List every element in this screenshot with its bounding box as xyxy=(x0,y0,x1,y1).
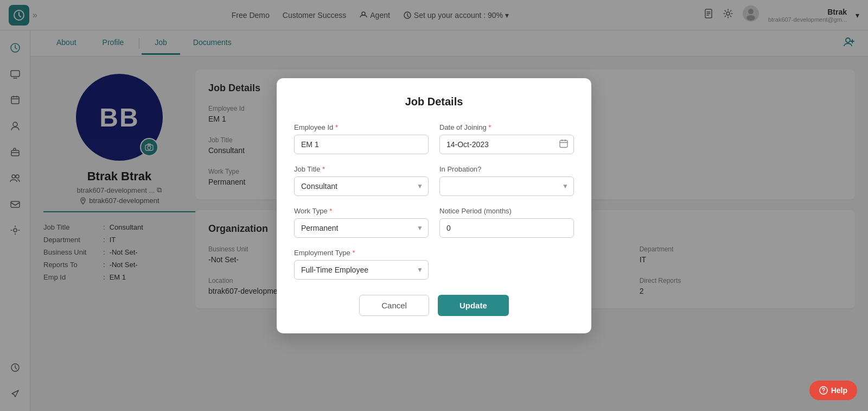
modal-title: Job Details xyxy=(294,96,574,108)
modal-overlay: Job Details Employee Id * Date of Joinin… xyxy=(0,0,868,411)
modal-work-type-group: Work Type * Permanent Contract Temporary… xyxy=(294,207,429,238)
svg-point-24 xyxy=(823,392,824,393)
modal-employee-id-label: Employee Id * xyxy=(294,123,429,131)
modal-employee-id-group: Employee Id * xyxy=(294,123,429,154)
modal-job-title-select-wrap: Consultant Manager Developer ▼ xyxy=(294,176,429,196)
modal-notice-period-input[interactable] xyxy=(439,218,574,238)
modal-notice-period-group: Notice Period (months) xyxy=(439,207,574,238)
modal-employment-type-label: Employment Type * xyxy=(294,249,429,257)
help-button[interactable]: Help xyxy=(809,381,857,400)
cancel-button[interactable]: Cancel xyxy=(359,295,429,316)
modal-work-type-select[interactable]: Permanent Contract Temporary xyxy=(294,218,429,238)
update-button[interactable]: Update xyxy=(438,295,509,316)
modal-date-wrap xyxy=(439,135,574,154)
modal-in-probation-select[interactable]: Yes No xyxy=(439,176,574,196)
modal-notice-period-label: Notice Period (months) xyxy=(439,207,574,215)
modal-date-joining-group: Date of Joining * xyxy=(439,123,574,154)
modal-actions: Cancel Update xyxy=(294,295,574,316)
modal-job-title-label: Job Title * xyxy=(294,165,429,173)
modal-employment-type-group: Employment Type * Full-Time Employee Par… xyxy=(294,249,429,280)
modal-job-title-group: Job Title * Consultant Manager Developer… xyxy=(294,165,429,196)
modal-work-type-select-wrap: Permanent Contract Temporary ▼ xyxy=(294,218,429,238)
modal-in-probation-label: In Probation? xyxy=(439,165,574,173)
job-details-modal: Job Details Employee Id * Date of Joinin… xyxy=(277,78,591,333)
modal-in-probation-group: In Probation? Yes No ▼ xyxy=(439,165,574,196)
modal-form-grid: Employee Id * Date of Joining * xyxy=(294,123,574,280)
calendar-icon[interactable] xyxy=(559,138,569,150)
modal-employment-type-select[interactable]: Full-Time Employee Part-Time Employee Co… xyxy=(294,260,429,280)
modal-employee-id-input[interactable] xyxy=(294,135,429,154)
modal-in-probation-select-wrap: Yes No ▼ xyxy=(439,176,574,196)
modal-job-title-select[interactable]: Consultant Manager Developer xyxy=(294,176,429,196)
modal-date-joining-input[interactable] xyxy=(439,135,574,154)
modal-employment-type-select-wrap: Full-Time Employee Part-Time Employee Co… xyxy=(294,260,429,280)
svg-rect-22 xyxy=(560,140,567,147)
modal-work-type-label: Work Type * xyxy=(294,207,429,215)
modal-date-joining-label: Date of Joining * xyxy=(439,123,574,131)
